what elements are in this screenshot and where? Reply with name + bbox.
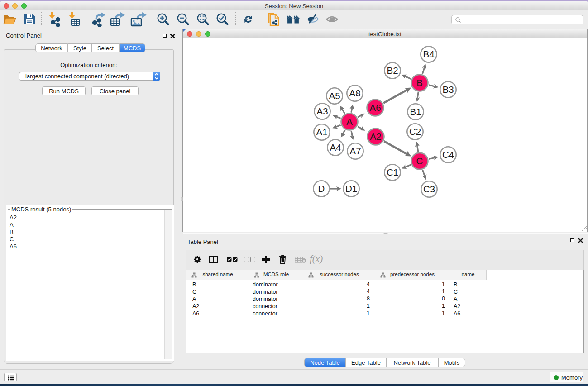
svg-text:C3: C3: [423, 184, 435, 194]
svg-text:B3: B3: [442, 84, 454, 95]
svg-text:A7: A7: [349, 146, 361, 156]
svg-text:A6: A6: [369, 102, 381, 113]
svg-text:C4: C4: [442, 149, 454, 160]
svg-text:A1: A1: [316, 127, 327, 137]
svg-text:A3: A3: [316, 106, 328, 116]
svg-text:C2: C2: [409, 126, 421, 137]
svg-text:B2: B2: [387, 65, 398, 76]
svg-text:A8: A8: [349, 88, 360, 98]
svg-text:A5: A5: [329, 91, 340, 101]
svg-text:D: D: [318, 183, 325, 194]
svg-text:C1: C1: [387, 167, 398, 177]
svg-text:A: A: [346, 116, 353, 127]
svg-text:A4: A4: [330, 142, 341, 152]
svg-text:B4: B4: [423, 49, 434, 59]
svg-text:A2: A2: [370, 131, 381, 142]
svg-text:B: B: [416, 77, 423, 88]
svg-text:C: C: [416, 156, 423, 166]
svg-text:B1: B1: [410, 106, 421, 117]
svg-text:D1: D1: [345, 183, 357, 194]
